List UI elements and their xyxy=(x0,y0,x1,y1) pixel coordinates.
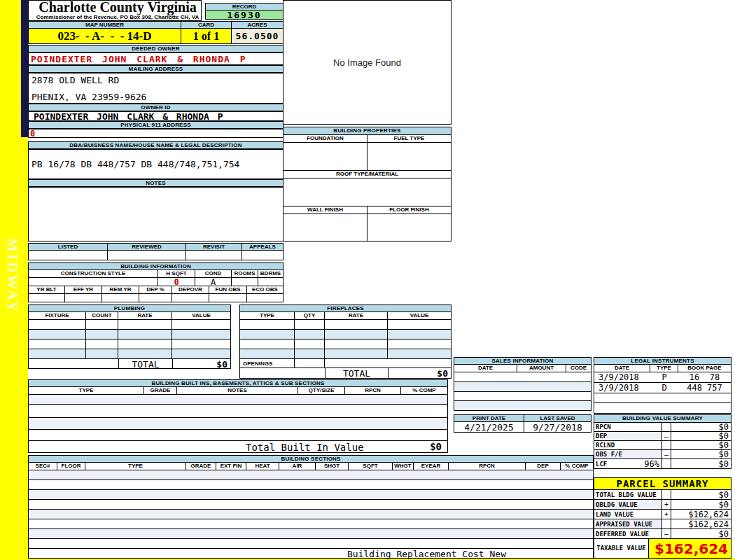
table-row xyxy=(29,490,593,500)
empty-cell xyxy=(295,359,325,368)
empty-cell xyxy=(86,340,118,349)
legal-instruments-table: LEGAL INSTRUMENTS DATE TYPE BOOK PAGE 3/… xyxy=(594,357,732,414)
table-row xyxy=(594,403,731,413)
parcel-op xyxy=(662,490,671,499)
type-label: TYPE xyxy=(85,463,186,470)
empty-cell xyxy=(295,340,325,349)
li-type-label: TYPE xyxy=(650,365,678,372)
table-row xyxy=(29,418,447,430)
last-saved-label: LAST SAVED xyxy=(524,415,591,422)
empty-cell xyxy=(388,330,451,339)
page-subtitle: Commissioner of the Revenue, PO Box 308,… xyxy=(34,14,201,20)
image-placeholder: No Image Found xyxy=(283,0,451,125)
built-ins-table: BUILDING BUILT INS, BASEMENTS, ATTICS & … xyxy=(28,379,448,453)
acres-label: ACRES xyxy=(232,22,283,29)
legal-instruments-header: LEGAL INSTRUMENTS xyxy=(594,358,731,365)
listed-label: LISTED xyxy=(29,244,108,251)
fp-type-label: TYPE xyxy=(240,312,295,320)
plumbing-total-value: $0 xyxy=(172,359,230,369)
fuel-type-value xyxy=(368,143,451,170)
fp-value-label: VALUE xyxy=(388,312,451,320)
roof-type-label: ROOF TYPE/MATERIAL xyxy=(284,171,451,178)
print-saved-table: PRINT DATE LAST SAVED 4/21/2025 9/27/201… xyxy=(454,414,592,433)
parcel-row: LAND VALUE + $162,624 xyxy=(594,510,731,519)
last-saved-value: 9/27/2018 xyxy=(524,422,591,432)
empty-cell xyxy=(172,320,230,329)
built-ins-total-value: $0 xyxy=(430,441,442,452)
wall-finish-value xyxy=(284,214,368,241)
funobs-label: FUN OBS xyxy=(209,286,247,294)
bvs-value: $0 xyxy=(671,423,731,431)
fireplaces-table: FIREPLACES TYPE QTY RATE VALUE OPENINGS … xyxy=(239,304,451,379)
li-bookpage-label: BOOK PAGE xyxy=(678,365,731,372)
bvs-label: OBS F/E xyxy=(594,450,662,458)
empty-cell xyxy=(209,294,247,302)
building-sections-table: BUILDING SECTIONS SEC# FLOOR TYPE GRADE … xyxy=(28,455,594,559)
map-number-value: 023- - A- - - 14-D xyxy=(29,29,181,43)
li-bookpage: 16 78 xyxy=(678,372,731,382)
owner-id-value: POINDEXTER JOHN CLARK & RHONDA P xyxy=(28,111,284,121)
bi-comp-label: % COMP xyxy=(401,387,447,395)
bdrms-label: BDRMS xyxy=(258,270,283,278)
bvs-value: $0 xyxy=(671,459,731,468)
plumbing-header: PLUMBING xyxy=(29,305,230,312)
sales-code-label: CODE xyxy=(566,365,591,372)
print-date-value: 4/21/2025 xyxy=(454,422,524,432)
empty-cell xyxy=(172,294,209,302)
deeded-owner-value: POINDEXTER JOHN CLARK & RHONDA P xyxy=(28,52,284,65)
foundation-value xyxy=(284,143,368,170)
physical-911-value: 0 xyxy=(28,129,284,138)
sales-table: SALES INFORMATION DATE AMOUNT CODE xyxy=(454,357,592,411)
mailing-line2: PHENIX, VA 23959-9626 xyxy=(31,92,283,102)
empty-cell xyxy=(388,349,451,358)
wall-finish-label: WALL FINISH xyxy=(284,206,368,214)
shgt-label: SHGT xyxy=(316,463,349,470)
empty-cell xyxy=(247,294,283,302)
empty-cell xyxy=(325,340,388,349)
empty-cell xyxy=(325,349,388,358)
property-record-card: MIDWAY Charlotte County Virginia Commiss… xyxy=(0,0,735,560)
table-row: 3/9/2018 P 16 78 xyxy=(594,372,731,383)
mailing-line1: 2878 OLD WELL RD xyxy=(31,75,283,85)
bvs-row: RPCN $0 xyxy=(594,423,731,432)
empty-cell xyxy=(86,349,118,358)
deeded-owner-header: DEEDED OWNER xyxy=(28,45,284,52)
record-value: 16930 xyxy=(206,10,283,19)
bvs-row: RCLND $0 xyxy=(594,441,731,450)
bi-grade-label: GRADE xyxy=(144,387,177,395)
yrblt-label: YR BLT xyxy=(29,286,65,294)
empty-cell xyxy=(240,330,295,339)
parcel-summary-header: PARCEL SUMMARY xyxy=(594,478,731,490)
bvs-op: — xyxy=(662,432,671,440)
table-row xyxy=(29,529,593,539)
roof-type-value xyxy=(284,178,451,206)
empty-cell xyxy=(295,320,325,329)
map-card-acres-table: MAP NUMBER CARD ACRES 023- - A- - - 14-D… xyxy=(28,21,284,44)
fireplaces-header: FIREPLACES xyxy=(240,305,451,312)
empty-cell xyxy=(295,330,325,339)
rpcn-label: RPCN xyxy=(449,463,526,470)
li-date: 3/9/2018 xyxy=(594,383,650,393)
parcel-value: $162,624 xyxy=(671,510,731,519)
plumbing-total-label: TOTAL xyxy=(118,359,172,369)
empty-cell xyxy=(325,320,388,329)
empty-cell xyxy=(295,349,325,358)
table-row xyxy=(454,372,591,382)
empty-cell xyxy=(172,349,230,358)
parcel-label: TOTAL BLDG VALUE xyxy=(594,490,662,499)
table-row xyxy=(29,539,593,549)
bi-qtysize-label: QTY/SIZE xyxy=(298,387,345,395)
count-label: COUNT xyxy=(86,312,118,320)
page-title: Charlotte County Virginia xyxy=(34,1,201,14)
bvs-label: DEP xyxy=(594,432,662,440)
parcel-op: — xyxy=(662,529,671,538)
cond-value: A xyxy=(195,278,232,286)
bi-rpcn-label: RPCN xyxy=(345,387,401,395)
rooms-label: ROOMS xyxy=(232,270,258,278)
table-row xyxy=(454,392,591,401)
empty-cell xyxy=(118,330,172,339)
empty-cell xyxy=(240,349,295,358)
grade-label: GRADE xyxy=(186,463,216,470)
rooms-value xyxy=(232,278,258,286)
taxable-value: $162,624 xyxy=(649,539,731,558)
